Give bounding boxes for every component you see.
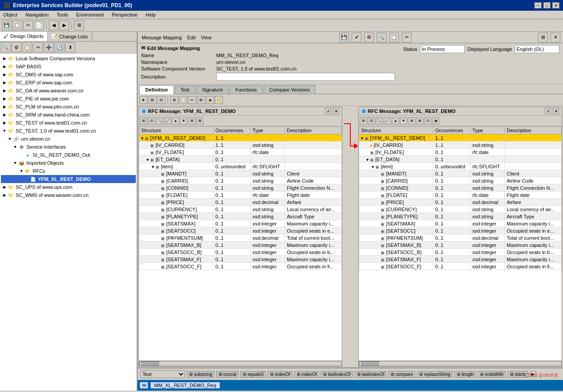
menu-object[interactable]: Object xyxy=(2,12,19,18)
left-scrollbar-h[interactable] xyxy=(139,361,342,366)
func-length[interactable]: ⚙ length xyxy=(454,371,476,378)
desc-input[interactable] xyxy=(216,73,395,81)
map-tool-2[interactable]: ⊞ xyxy=(148,96,156,104)
mm-tool-5[interactable]: 📋 xyxy=(389,33,399,42)
mm-tool-8[interactable]: ✕ xyxy=(550,33,560,42)
menu-perspective[interactable]: Perspective xyxy=(110,12,139,18)
map-tool-9[interactable]: 📐 xyxy=(215,96,223,104)
mm-tool-4[interactable]: 🔍 xyxy=(377,33,387,42)
rpt-3[interactable]: 🔍 xyxy=(376,117,383,125)
tree-item-sc-dms[interactable]: ▶ 📁 SC_DMS of www.sap.com xyxy=(1,71,136,79)
menu-view[interactable]: View xyxy=(200,34,213,41)
tree-tool-4[interactable]: ✂ xyxy=(33,42,43,52)
tree-item-imported-objects[interactable]: ▼ 📦 Imported Objects xyxy=(1,159,136,167)
rpt-10[interactable]: ◉ xyxy=(432,117,439,125)
func-lastindexof[interactable]: ⚙ lastIndexOf xyxy=(321,371,353,378)
left-expand-btn[interactable]: ⤢ xyxy=(325,108,331,114)
lpt-3[interactable]: 🔍 xyxy=(156,117,163,125)
tree-item-sc-test-old[interactable]: ▶ 📁 SC_TEST of www.test01.com.cn xyxy=(1,119,136,127)
tab-compare-versions[interactable]: Compare Versions xyxy=(264,85,316,94)
func-indexof[interactable]: ⚙ indexOf xyxy=(268,371,292,378)
tree-item-sc-test-10[interactable]: ▼ 📁 SC_TEST, 1.0 of www.test01.com.cn xyxy=(1,127,136,135)
lpt-7[interactable]: ⊞ xyxy=(188,117,195,125)
toolbar-btn-1[interactable]: 💾 xyxy=(2,21,12,30)
tree-item-local-scv[interactable]: ▶ 📁 Local Software Component Versions xyxy=(1,54,136,63)
map-tool-6[interactable]: ✂ xyxy=(188,96,196,104)
right-scrollbar-h[interactable] xyxy=(359,361,562,366)
rpt-9[interactable]: ⊡ xyxy=(424,117,431,125)
tab-signature[interactable]: Signature xyxy=(196,85,229,94)
lpt-5[interactable]: ▲ xyxy=(172,117,179,125)
map-tool-8[interactable]: ◈ xyxy=(206,96,214,104)
right-close-btn[interactable]: ✕ xyxy=(553,108,559,114)
tree-item-rfcs[interactable]: ▼ 📂 RFCs xyxy=(1,167,136,175)
func-indexof2[interactable]: ⚙ indexOf xyxy=(294,371,319,378)
lpt-2[interactable]: ⊟ xyxy=(148,117,155,125)
menu-navigation[interactable]: Navigation xyxy=(24,12,50,18)
menu-mm[interactable]: Message Mapping xyxy=(140,34,183,41)
toolbar-btn-3[interactable]: ✂ xyxy=(23,21,33,30)
menu-tools[interactable]: Tools xyxy=(55,12,70,18)
tree-item-sap-basis[interactable]: ▶ 📁 SAP BASIS xyxy=(1,63,136,71)
lpt-8[interactable]: ⊠ xyxy=(196,117,203,125)
tree-item-service-interfaces[interactable]: ▼ ⚙ Service Interfaces xyxy=(1,143,136,151)
map-tool-3[interactable]: ⊟ xyxy=(157,96,165,104)
right-expand-btn[interactable]: ⤢ xyxy=(545,108,551,114)
tree-item-sc-srm[interactable]: ▶ 📁 SC_SRM of www.hand-china.com xyxy=(1,111,136,119)
bottom-tab-mm[interactable]: MM_XL_REST_DEMO_Req xyxy=(150,382,220,389)
tab-change-lists[interactable]: 📝 Change Lists xyxy=(48,32,92,41)
rpt-4[interactable]: 🔎 xyxy=(384,117,391,125)
lpt-4[interactable]: 🔎 xyxy=(164,117,171,125)
rpt-1[interactable]: ⊞ xyxy=(360,117,367,125)
tree-item-sc-plm[interactable]: ▶ 📁 SC_PLM of www.plm.com.cn xyxy=(1,103,136,111)
tree-item-sc-ups[interactable]: ▶ 📁 SC_UPS of www.ups.com xyxy=(1,183,136,191)
maximize-button[interactable]: □ xyxy=(543,2,550,8)
mm-tool-3[interactable]: ⚙ xyxy=(364,33,374,42)
rpt-7[interactable]: ⊞ xyxy=(408,117,415,125)
map-tool-7[interactable]: ⊞ xyxy=(197,96,205,104)
map-tool-1[interactable]: ▼ xyxy=(139,96,147,104)
status-input[interactable] xyxy=(420,45,465,53)
tree-item-urn[interactable]: ▼ 🔗 urn:xlevon.cn xyxy=(1,135,136,143)
toolbar-btn-7[interactable]: ⊞ xyxy=(74,21,84,30)
tree-tool-2[interactable]: ⚙ xyxy=(12,42,21,52)
tab-design-objects[interactable]: 🖊 Design Objects xyxy=(0,32,48,41)
tree-item-sc-wms[interactable]: ▶ 📁 SC_WMS of www.weaver.com.cn xyxy=(1,191,136,199)
lpt-1[interactable]: ⊞ xyxy=(140,117,147,125)
rpt-6[interactable]: ▼ xyxy=(400,117,407,125)
left-close-btn[interactable]: ✕ xyxy=(333,108,339,114)
lpt-6[interactable]: ▼ xyxy=(180,117,187,125)
mm-tool-7[interactable]: ⊞ xyxy=(538,33,548,42)
func-substring[interactable]: ⚙ substring xyxy=(187,371,214,378)
rpt-8[interactable]: ⊠ xyxy=(416,117,423,125)
func-type-select[interactable]: Text Math Date Node Functions xyxy=(140,370,185,378)
map-tool-5[interactable]: 📋 xyxy=(179,96,187,104)
menu-edit[interactable]: Edit xyxy=(186,34,197,41)
menu-help[interactable]: Help xyxy=(144,12,157,18)
tab-functions[interactable]: Functions xyxy=(230,85,263,94)
tree-item-sc-pie[interactable]: ▶ 📁 SC_PIE of www.pie.com xyxy=(1,95,136,103)
tree-item-sc-erp[interactable]: ▶ 📁 SC_ERP of www.sap.com xyxy=(1,79,136,87)
tab-test[interactable]: Test xyxy=(175,85,195,94)
func-concat[interactable]: ⚙ concat xyxy=(216,371,239,378)
toolbar-btn-4[interactable]: 📄 xyxy=(34,21,44,30)
tree-item-sc-oa[interactable]: ▶ 📁 SC_OA of www.weaver.com.cn xyxy=(1,87,136,95)
tree-item-si-xl[interactable]: ● SI_XL_REST_DEMO_Out xyxy=(1,151,136,159)
func-compare[interactable]: ⚙ compare xyxy=(388,371,415,378)
rpt-5[interactable]: ▲ xyxy=(392,117,399,125)
map-tool-4[interactable]: ⚙ xyxy=(170,96,178,104)
toolbar-btn-5[interactable]: ◀ xyxy=(49,21,59,30)
tab-definition[interactable]: Definition xyxy=(139,85,174,94)
tree-item-yfm[interactable]: 📄 YFM_XL_REST_DEMO xyxy=(1,175,136,183)
toolbar-btn-2[interactable]: 📋 xyxy=(13,21,22,30)
minimize-button[interactable]: ─ xyxy=(534,2,542,8)
tree-tool-6[interactable]: 🔃 xyxy=(55,42,64,52)
rpt-2[interactable]: ⊟ xyxy=(368,117,375,125)
menu-environment[interactable]: Environment xyxy=(75,12,105,18)
tree-tool-1[interactable]: 🔍 xyxy=(1,42,11,52)
tree-tool-7[interactable]: ⬆ xyxy=(65,42,75,52)
displayed-lang-input[interactable] xyxy=(515,45,559,53)
func-lastindexof2[interactable]: ⚙ lastIndexOf xyxy=(355,371,387,378)
tree-tool-5[interactable]: ➕ xyxy=(44,42,54,52)
func-replacestring[interactable]: ⚙ replaceString xyxy=(417,371,453,378)
